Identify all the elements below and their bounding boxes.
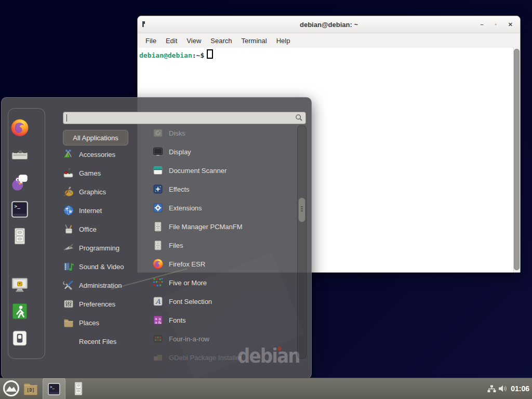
category-recent-files[interactable]: Recent Files	[63, 332, 145, 351]
firefox-icon	[152, 258, 164, 270]
category-preferences[interactable]: Preferences	[63, 295, 145, 313]
app-row-document-scanner[interactable]: Document Scanner	[145, 161, 298, 180]
volume-icon[interactable]	[498, 384, 508, 395]
menu-help[interactable]: Help	[272, 37, 295, 45]
favorite-terminal[interactable]: >_	[10, 200, 30, 219]
app-row-effects[interactable]: Effects	[145, 180, 298, 198]
app-row-file-manager-pcmanfm[interactable]: File Manager PCManFM	[145, 217, 298, 236]
category-internet[interactable]: Internet	[63, 201, 145, 220]
extensions-icon	[152, 202, 164, 214]
font-selection-icon: A	[152, 296, 164, 307]
log-out-icon	[10, 301, 30, 321]
sound-video-icon	[63, 261, 74, 272]
svg-text:a: a	[155, 320, 157, 325]
svg-text:>_: >_	[50, 385, 55, 389]
app-row-five-or-more[interactable]: Five or More	[145, 273, 298, 292]
search-input[interactable]	[66, 113, 292, 123]
category-all-applications[interactable]: All Applications	[63, 130, 128, 145]
preferences-icon	[63, 298, 74, 310]
games-icon	[63, 167, 74, 179]
terminal-window-icon	[142, 21, 145, 27]
category-administration[interactable]: Administration	[63, 276, 145, 295]
favorite-shut-down[interactable]	[10, 328, 30, 348]
scrollbar-grip	[301, 206, 303, 207]
category-accessories[interactable]: Accessories	[63, 145, 145, 164]
five-or-more-icon	[152, 277, 164, 288]
places-icon	[63, 317, 74, 328]
category-places[interactable]: Places	[63, 313, 145, 332]
app-row-fonts[interactable]: aaa& Fonts	[145, 311, 298, 329]
svg-text:&: &	[158, 320, 162, 325]
favorite-pidgin[interactable]	[10, 172, 30, 192]
terminal-scrollbar-thumb[interactable]	[514, 49, 520, 270]
search-icon	[295, 114, 303, 122]
app-row-firefox-esr[interactable]: Firefox ESR	[145, 255, 298, 273]
favorite-file-manager[interactable]	[10, 226, 30, 246]
menu-terminal[interactable]: Terminal	[237, 37, 272, 45]
document-scanner-icon	[152, 165, 164, 176]
close-button[interactable]: ✕	[508, 22, 513, 28]
folder-icon: [D]	[23, 381, 38, 396]
programming-icon	[63, 242, 74, 254]
app-row-files[interactable]: Files	[145, 236, 298, 255]
pidgin-icon	[10, 172, 30, 192]
menu-file[interactable]: File	[141, 37, 161, 45]
app-row-extensions[interactable]: Extensions	[145, 198, 298, 217]
app-row-gdebi-package-installer[interactable]: GDebi Package Installer	[145, 348, 298, 367]
favorite-software[interactable]	[10, 145, 30, 165]
menu-view[interactable]: View	[182, 37, 206, 45]
lock-screen-icon	[10, 274, 30, 294]
menu-search[interactable]: Search	[206, 37, 236, 45]
desktop: debian@debian: ~ – ▫ ✕ File Edit View Se…	[0, 0, 532, 399]
svg-text:A: A	[155, 298, 161, 305]
taskbar-file-manager-launcher[interactable]: [D]	[23, 381, 38, 396]
administration-icon	[63, 280, 74, 291]
terminal-icon: >_	[10, 200, 30, 219]
gdebi-icon	[152, 352, 164, 363]
favorite-log-out[interactable]	[10, 301, 30, 321]
file-manager-icon	[152, 221, 164, 232]
app-row-display[interactable]: Display	[145, 142, 298, 161]
category-programming[interactable]: Programming	[63, 238, 145, 257]
app-row-four-in-a-row[interactable]: Four-in-a-row	[145, 329, 298, 348]
menu-edit[interactable]: Edit	[161, 37, 182, 45]
graphics-icon	[63, 186, 74, 197]
display-icon	[152, 146, 164, 157]
file-manager-icon	[10, 226, 30, 246]
category-list: Accessories Games Graphics Internet Offi…	[63, 145, 145, 351]
shut-down-icon	[10, 328, 30, 348]
search-box	[63, 112, 306, 124]
category-office[interactable]: Office	[63, 220, 145, 238]
favorite-lock-screen[interactable]	[10, 274, 30, 294]
category-graphics[interactable]: Graphics	[63, 182, 145, 201]
firefox-icon	[10, 118, 30, 138]
four-in-a-row-icon	[152, 333, 164, 344]
application-menu: debian >_	[1, 97, 312, 379]
files-icon	[152, 240, 164, 251]
terminal-cursor	[207, 49, 213, 59]
terminal-icon: >_	[47, 382, 61, 396]
terminal-scrollbar[interactable]	[513, 48, 520, 272]
app-row-disks[interactable]: Disks	[145, 124, 298, 142]
taskbar-file-cabinet-launcher[interactable]	[71, 381, 86, 396]
maximize-button[interactable]: ▫	[495, 22, 497, 27]
category-games[interactable]: Games	[63, 164, 145, 182]
taskbar: [D] >_ 01:06	[0, 378, 532, 399]
terminal-titlebar[interactable]: debian@debian: ~ – ▫ ✕	[138, 16, 520, 33]
network-icon[interactable]	[487, 385, 496, 395]
app-list: Disks Display Document Scanner Effects E…	[145, 124, 298, 367]
terminal-prompt: debian@debian:~$	[138, 48, 520, 59]
terminal-menubar: File Edit View Search Terminal Help	[138, 33, 520, 48]
taskbar-clock[interactable]: 01:06	[511, 384, 529, 393]
app-row-font-selection[interactable]: A Font Selection	[145, 292, 298, 311]
taskbar-terminal-active-task[interactable]: >_	[43, 378, 65, 399]
svg-text:>_: >_	[14, 203, 20, 209]
app-list-scrollbar-thumb[interactable]	[298, 197, 305, 222]
app-list-scrollbar[interactable]	[297, 125, 307, 359]
minimize-button[interactable]: –	[480, 22, 483, 28]
favorite-firefox[interactable]	[10, 118, 30, 138]
software-icon	[10, 145, 30, 165]
category-sound-video[interactable]: Sound & Video	[63, 257, 145, 276]
menu-button[interactable]	[3, 380, 20, 397]
menu-button-icon	[3, 380, 20, 397]
